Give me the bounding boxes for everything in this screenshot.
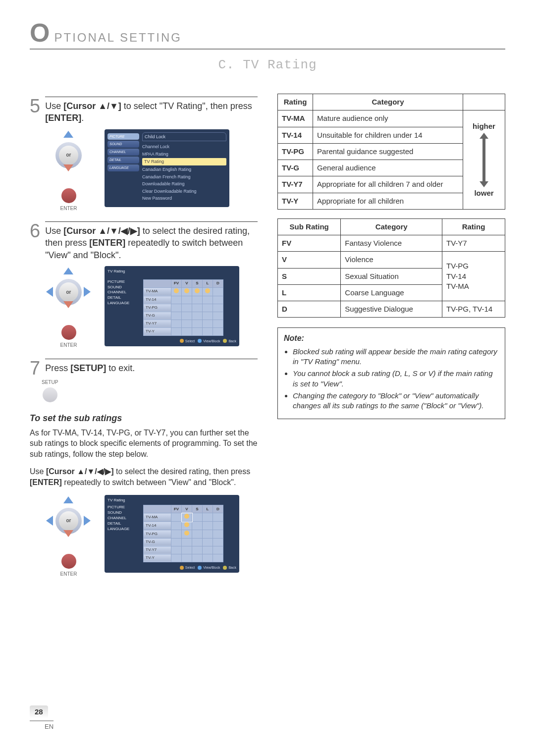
grid-cell[interactable]	[182, 513, 192, 522]
grid-cell[interactable]	[203, 312, 213, 320]
menu-tab[interactable]: SOUND	[107, 285, 139, 290]
menu-tab[interactable]: LANGUAGE	[107, 527, 139, 532]
enter-button[interactable]	[61, 554, 76, 569]
grid-cell[interactable]	[213, 513, 223, 522]
grid-cell[interactable]	[213, 327, 223, 335]
dpad-left[interactable]	[43, 514, 56, 528]
grid-cell[interactable]	[182, 554, 192, 562]
grid-cell[interactable]	[192, 327, 203, 335]
grid-cell[interactable]	[192, 530, 203, 539]
menu-tab[interactable]: DETAIL	[107, 295, 139, 301]
dpad-down[interactable]	[61, 527, 75, 540]
grid-cell[interactable]	[182, 546, 192, 554]
setup-button[interactable]	[43, 387, 57, 402]
grid-cell[interactable]	[203, 522, 213, 530]
grid-cell[interactable]	[213, 554, 223, 562]
grid-cell[interactable]	[171, 546, 182, 554]
enter-button[interactable]	[61, 188, 76, 203]
grid-cell[interactable]	[192, 513, 203, 522]
grid-cell[interactable]	[192, 522, 203, 530]
grid-cell[interactable]	[171, 287, 182, 296]
menu-tab[interactable]: DETAIL	[107, 157, 139, 163]
grid-cell[interactable]	[182, 538, 192, 546]
menu-tab[interactable]: CHANNEL	[107, 516, 139, 521]
dpad-right[interactable]	[80, 514, 94, 528]
grid-cell[interactable]	[213, 287, 223, 296]
menu-item[interactable]: Channel Lock	[142, 143, 226, 151]
grid-cell[interactable]	[192, 538, 203, 546]
menu-tab[interactable]: PICTURE	[107, 279, 139, 285]
grid-cell[interactable]	[171, 327, 182, 335]
grid-cell[interactable]	[192, 312, 203, 320]
dpad-down[interactable]	[61, 161, 75, 175]
menu-item[interactable]: TV Rating	[142, 158, 226, 165]
menu-item[interactable]: New Password	[142, 195, 226, 202]
grid-cell[interactable]	[192, 554, 203, 562]
menu-tab[interactable]: CHANNEL	[107, 290, 139, 295]
grid-cell[interactable]	[203, 513, 213, 522]
grid-cell[interactable]	[203, 320, 213, 327]
menu-tab[interactable]: DETAIL	[107, 521, 139, 527]
grid-cell[interactable]	[182, 320, 192, 327]
grid-cell[interactable]	[213, 530, 223, 539]
grid-cell[interactable]	[171, 296, 182, 304]
enter-button[interactable]	[61, 325, 76, 340]
grid-cell[interactable]	[213, 546, 223, 554]
grid-cell[interactable]	[203, 546, 213, 554]
th-category: Category	[341, 218, 442, 235]
dpad-up[interactable]	[61, 127, 75, 141]
grid-cell[interactable]	[203, 296, 213, 304]
grid-cell[interactable]	[213, 312, 223, 320]
grid-cell[interactable]	[182, 522, 192, 530]
grid-cell[interactable]	[192, 320, 203, 327]
grid-cell[interactable]	[171, 538, 182, 546]
grid-cell[interactable]	[192, 304, 203, 312]
grid-cell[interactable]	[182, 327, 192, 335]
grid-cell[interactable]	[182, 312, 192, 320]
menu-tab[interactable]: LANGUAGE	[107, 301, 139, 306]
grid-cell[interactable]	[171, 554, 182, 562]
note-item: You cannot block a sub rating (D, L, S o…	[293, 369, 499, 389]
grid-cell[interactable]	[213, 296, 223, 304]
menu-tab[interactable]: SOUND	[107, 510, 139, 516]
grid-cell[interactable]	[182, 287, 192, 296]
grid-cell[interactable]	[203, 304, 213, 312]
dpad-right[interactable]	[80, 285, 94, 299]
menu-item[interactable]: Clear Downloadable Rating	[142, 188, 226, 195]
grid-cell[interactable]	[171, 312, 182, 320]
menu-tab[interactable]: PICTURE	[107, 133, 139, 140]
grid-cell[interactable]	[192, 287, 203, 296]
menu-tab[interactable]: CHANNEL	[107, 149, 139, 156]
grid-cell[interactable]	[171, 320, 182, 327]
menu-tab[interactable]: PICTURE	[107, 505, 139, 510]
grid-cell[interactable]	[203, 538, 213, 546]
grid-cell[interactable]	[171, 513, 182, 522]
grid-cell[interactable]	[203, 327, 213, 335]
menu-item[interactable]: Downloadable Rating	[142, 180, 226, 188]
menu-tab[interactable]: SOUND	[107, 141, 139, 148]
grid-cell[interactable]	[213, 538, 223, 546]
dpad-up[interactable]	[61, 264, 75, 278]
menu-item[interactable]: Canadian French Rating	[142, 173, 226, 181]
grid-cell[interactable]	[203, 554, 213, 562]
grid-cell[interactable]	[192, 546, 203, 554]
dpad-down[interactable]	[61, 298, 75, 312]
grid-cell[interactable]	[171, 522, 182, 530]
grid-cell[interactable]	[182, 530, 192, 539]
grid-cell[interactable]	[192, 296, 203, 304]
grid-cell[interactable]	[213, 320, 223, 327]
menu-item[interactable]: MPAA Rating	[142, 151, 226, 158]
menu-tab[interactable]: LANGUAGE	[107, 164, 139, 171]
grid-cell[interactable]	[203, 287, 213, 296]
grid-cell[interactable]	[182, 304, 192, 312]
dpad-left[interactable]	[43, 285, 56, 299]
dpad-up[interactable]	[61, 493, 75, 507]
grid-cell[interactable]	[203, 530, 213, 539]
menu-item[interactable]: Canadian English Rating	[142, 166, 226, 173]
grid-cell[interactable]	[213, 522, 223, 530]
step-5-remote: or ENTER	[43, 129, 95, 212]
grid-cell[interactable]	[171, 530, 182, 539]
grid-cell[interactable]	[213, 304, 223, 312]
grid-cell[interactable]	[182, 296, 192, 304]
grid-cell[interactable]	[171, 304, 182, 312]
